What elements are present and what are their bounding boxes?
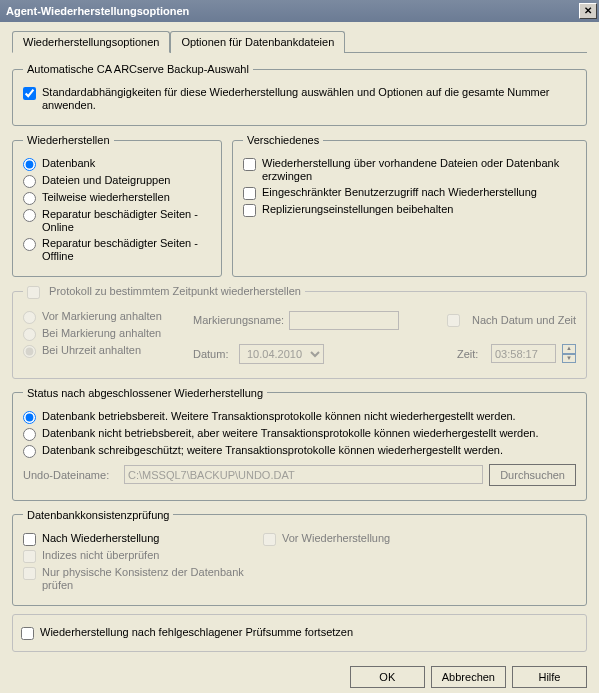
radio-restore-db[interactable] (23, 158, 36, 171)
chk-dbcc-before (263, 533, 276, 546)
lbl-restricted-access: Eingeschränkter Benutzerzugriff nach Wie… (262, 186, 537, 199)
radio-at-time (23, 345, 36, 358)
chk-force-overwrite[interactable] (243, 158, 256, 171)
input-markname (289, 311, 399, 330)
chk-dbcc-after[interactable] (23, 533, 36, 546)
lbl-restore-db: Datenbank (42, 157, 95, 170)
chk-after-datetime (447, 314, 460, 327)
chk-pit (27, 286, 40, 299)
lbl-at-time: Bei Uhrzeit anhalten (42, 344, 141, 357)
close-button[interactable]: ✕ (579, 3, 597, 19)
chk-keep-replication[interactable] (243, 204, 256, 217)
dialog-button-bar: OK Abbrechen Hilfe (12, 660, 587, 688)
chk-dbcc-physonly (23, 567, 36, 580)
chk-restricted-access[interactable] (243, 187, 256, 200)
radio-before-mark (23, 311, 36, 324)
radio-restore-partial[interactable] (23, 192, 36, 205)
browse-button: Durchsuchen (489, 464, 576, 486)
group-restore-legend: Wiederherstellen (23, 134, 114, 146)
group-checksum: Wiederherstellung nach fehlgeschlagener … (12, 614, 587, 652)
group-dbcc: Datenbankkonsistenzprüfung Nach Wiederhe… (12, 509, 587, 606)
group-restore: Wiederherstellen Datenbank Dateien und D… (12, 134, 222, 277)
lbl-restore-repair-online: Reparatur beschädigter Seiten - Online (42, 208, 211, 234)
lbl-markname: Markierungsname: (193, 314, 283, 326)
group-misc: Verschiedenes Wiederherstellung über vor… (232, 134, 587, 277)
radio-db-readonly[interactable] (23, 445, 36, 458)
lbl-force-overwrite: Wiederherstellung über vorhandene Dateie… (262, 157, 576, 183)
input-undo-file (124, 465, 483, 484)
lbl-db-readonly: Datenbank schreibgeschützt; weitere Tran… (42, 444, 503, 457)
input-date: 10.04.2010 (239, 344, 324, 364)
ok-button[interactable]: OK (350, 666, 425, 688)
lbl-auto-defaults: Standardabhängigkeiten für diese Wiederh… (42, 86, 576, 112)
tab-strip: Wiederherstellungsoptionen Optionen für … (12, 30, 587, 53)
radio-restore-files[interactable] (23, 175, 36, 188)
tab-dbfile-options[interactable]: Optionen für Datenbankdateien (170, 31, 345, 53)
lbl-continue-checksum: Wiederherstellung nach fehlgeschlagener … (40, 626, 353, 639)
input-time (491, 344, 556, 363)
time-spinner: ▲▼ (562, 344, 576, 363)
group-dbcc-legend: Datenbankkonsistenzprüfung (23, 509, 173, 521)
help-button[interactable]: Hilfe (512, 666, 587, 688)
lbl-keep-replication: Replizierungseinstellungen beibehalten (262, 203, 453, 216)
radio-restore-repair-offline[interactable] (23, 238, 36, 251)
lbl-after-datetime: Nach Datum und Zeit (472, 314, 576, 326)
group-recovery-legend: Status nach abgeschlossener Wiederherste… (23, 387, 267, 399)
title-bar: Agent-Wiederherstellungsoptionen ✕ (0, 0, 599, 22)
radio-at-mark (23, 328, 36, 341)
radio-db-notready[interactable] (23, 428, 36, 441)
tab-restore-options[interactable]: Wiederherstellungsoptionen (12, 31, 170, 53)
lbl-restore-files: Dateien und Dateigruppen (42, 174, 170, 187)
lbl-time: Zeit: (457, 348, 485, 360)
window-title: Agent-Wiederherstellungsoptionen (6, 5, 189, 17)
lbl-undo-file: Undo-Dateiname: (23, 469, 118, 481)
cancel-button[interactable]: Abbrechen (431, 666, 506, 688)
radio-db-ready[interactable] (23, 411, 36, 424)
group-auto-legend: Automatische CA ARCserve Backup-Auswahl (23, 63, 253, 75)
lbl-db-ready: Datenbank betriebsbereit. Weitere Transa… (42, 410, 516, 423)
chk-dbcc-noindex (23, 550, 36, 563)
lbl-dbcc-after: Nach Wiederherstellung (42, 532, 159, 545)
group-recovery-state: Status nach abgeschlossener Wiederherste… (12, 387, 587, 501)
lbl-at-mark: Bei Markierung anhalten (42, 327, 161, 340)
lbl-db-notready: Datenbank nicht betriebsbereit, aber wei… (42, 427, 539, 440)
lbl-restore-partial: Teilweise wiederherstellen (42, 191, 170, 204)
radio-restore-repair-online[interactable] (23, 209, 36, 222)
lbl-restore-repair-offline: Reparatur beschädigter Seiten - Offline (42, 237, 211, 263)
lbl-date: Datum: (193, 348, 233, 360)
group-pit-legend: Protokoll zu bestimmtem Zeitpunkt wieder… (23, 285, 305, 299)
chk-auto-defaults[interactable] (23, 87, 36, 100)
group-pit: Protokoll zu bestimmtem Zeitpunkt wieder… (12, 285, 587, 379)
lbl-dbcc-physonly: Nur physische Konsistenz der Datenbank p… (42, 566, 263, 592)
lbl-dbcc-noindex: Indizes nicht überprüfen (42, 549, 159, 562)
chk-continue-checksum[interactable] (21, 627, 34, 640)
lbl-dbcc-before: Vor Wiederherstellung (282, 532, 390, 545)
group-misc-legend: Verschiedenes (243, 134, 323, 146)
group-auto-select: Automatische CA ARCserve Backup-Auswahl … (12, 63, 587, 126)
lbl-before-mark: Vor Markierung anhalten (42, 310, 162, 323)
